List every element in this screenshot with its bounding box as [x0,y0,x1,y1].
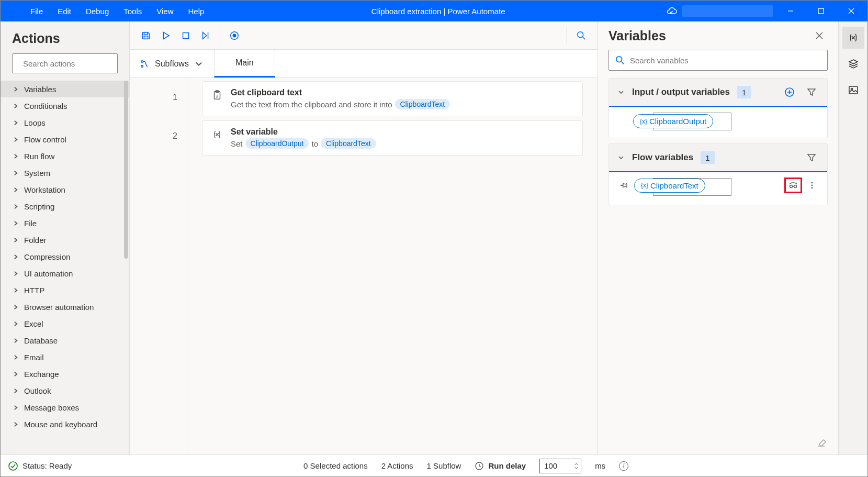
category-variables[interactable]: Variables [1,81,129,97]
category-loops[interactable]: Loops [1,114,129,131]
scrollbar-thumb[interactable] [124,81,128,259]
category-excel[interactable]: Excel [1,315,129,332]
variable-chip: ClipboardText [321,138,376,149]
category-ui-automation[interactable]: UI automation [1,265,129,282]
more-options-button[interactable] [805,179,819,192]
category-email[interactable]: Email [1,349,129,365]
save-button[interactable] [136,26,156,46]
filter-button[interactable] [804,150,819,165]
variable-chip: ClipboardText [395,99,450,109]
step-button[interactable] [196,26,216,46]
category-workstation[interactable]: Workstation [1,181,129,198]
menu-edit[interactable]: Edit [51,5,77,18]
category-system[interactable]: System [1,164,129,181]
window-close-button[interactable] [838,1,864,21]
category-file[interactable]: File [1,215,129,231]
stop-button[interactable] [176,26,196,46]
spin-up-icon[interactable] [574,462,579,466]
record-button[interactable] [224,26,244,46]
rail-variables-button[interactable] [842,27,864,49]
category-browser-automation[interactable]: Browser automation [1,298,129,315]
subflows-icon [140,59,150,69]
add-variable-button[interactable] [782,85,797,99]
actions-title: Actions [1,21,129,53]
pin-button[interactable] [617,179,631,192]
flow-variables-header[interactable]: Flow variables 1 [609,144,827,172]
line-number: 2 [130,117,187,156]
window-maximize-button[interactable] [808,1,834,21]
clock-icon [475,461,484,471]
category-database[interactable]: Database [1,332,129,349]
svg-line-15 [583,37,585,39]
category-folder[interactable]: Folder [1,231,129,248]
variables-search[interactable] [608,50,828,71]
category-http[interactable]: HTTP [1,282,129,298]
run-button[interactable] [156,26,176,46]
rail-images-button[interactable] [842,79,864,101]
status-ok-icon [8,461,18,471]
ms-label: ms [595,461,605,470]
io-variables-header[interactable]: Input / output variables 1 [609,79,827,107]
menu-debug[interactable]: Debug [80,5,115,18]
svg-point-14 [578,31,583,37]
window-title: Clipboard extraction | Power Automate [210,7,666,16]
menu-view[interactable]: View [150,5,179,18]
menu-file[interactable]: File [24,5,49,18]
svg-marker-8 [163,32,169,39]
menu-tools[interactable]: Tools [117,5,148,18]
svg-marker-10 [203,32,207,39]
svg-text:A: A [216,95,219,98]
count-badge: 1 [737,86,751,98]
category-flow-control[interactable]: Flow control [1,131,129,148]
actions-search[interactable] [12,53,118,73]
step-get-clipboard-text[interactable]: A Get clipboard text Get the text from t… [202,81,583,116]
svg-rect-6 [144,32,147,35]
sensitive-toggle-highlighted[interactable] [784,178,802,193]
status-actions: 2 Actions [381,461,413,470]
variable-chip: ClipboardOutput [245,138,309,149]
category-scripting[interactable]: Scripting [1,198,129,215]
search-flow-button[interactable] [571,26,591,46]
clipboard-icon: A [211,89,223,102]
status-selected: 0 Selected actions [303,461,368,470]
category-compression[interactable]: Compression [1,248,129,265]
category-conditionals[interactable]: Conditionals [1,97,129,114]
spin-down-icon[interactable] [574,466,579,470]
actions-search-input[interactable] [23,59,122,68]
menu-help[interactable]: Help [182,5,211,18]
window-minimize-button[interactable] [777,1,804,21]
svg-point-36 [811,185,813,186]
step-title: Get clipboard text [231,88,574,97]
rail-ui-elements-button[interactable] [842,53,864,75]
svg-point-17 [141,65,143,67]
variable-chip-clipboardoutput[interactable]: {x}ClipboardOutput [633,114,713,128]
designer-panel: Subflows Main 1 2 A Get clipboard text [130,21,598,454]
subflows-dropdown[interactable]: Subflows [130,50,214,77]
cloud-status-icon [666,6,678,16]
svg-point-35 [811,182,813,184]
category-outlook[interactable]: Outlook [1,382,129,399]
canvas[interactable]: 1 2 A Get clipboard text Get the text fr… [130,78,598,454]
account-info[interactable] [682,5,773,17]
category-message-boxes[interactable]: Message boxes [1,399,129,416]
run-delay-input[interactable]: 100 [539,459,581,473]
variables-search-input[interactable] [630,56,821,65]
actions-category-list[interactable]: Variables Conditionals Loops Flow contro… [1,81,129,454]
svg-point-32 [790,185,793,188]
tab-main[interactable]: Main [214,50,275,77]
svg-point-37 [811,187,813,189]
variable-chip-clipboardtext[interactable]: {x}ClipboardText [634,179,705,193]
toolbar-separator [220,27,220,44]
steps-list: A Get clipboard text Get the text from t… [187,78,598,454]
category-exchange[interactable]: Exchange [1,365,129,382]
category-run-flow[interactable]: Run flow [1,148,129,164]
svg-marker-31 [808,154,815,161]
step-set-variable[interactable]: Set variable Set ClipboardOutput to Clip… [202,120,583,156]
category-mouse-keyboard[interactable]: Mouse and keyboard [1,416,129,432]
filter-button[interactable] [804,85,819,99]
info-icon[interactable]: i [619,461,628,471]
actions-panel: Actions Variables Conditionals Loops Flo… [1,21,130,454]
svg-point-16 [141,60,143,62]
close-variables-button[interactable] [811,27,828,44]
clear-variables-button[interactable] [598,435,838,454]
